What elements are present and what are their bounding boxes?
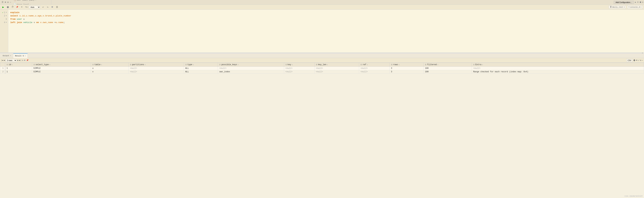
cell-partitions: <null> xyxy=(128,67,184,70)
settings-icon-top[interactable]: ⚙ xyxy=(642,1,643,3)
result-tab-result5[interactable]: Result 5✕ xyxy=(13,53,28,58)
table-toolbar: |◀ ◀ 2 rows 10 rows 50 rows ▶ ▶| ↻ ⏹ 📌 C… xyxy=(0,58,644,63)
fold-icon[interactable]: ▼ xyxy=(6,14,7,17)
rows-per-page-select[interactable]: 2 rows 10 rows 50 rows xyxy=(6,59,17,62)
cell-Extra: Range checked for each record (index map… xyxy=(472,70,644,74)
next-page-icon[interactable]: ▶ xyxy=(18,59,19,61)
undo-icon[interactable]: ↩ xyxy=(41,5,45,9)
cell-table: u xyxy=(91,67,128,70)
list-icon[interactable]: ☰ xyxy=(55,5,59,9)
tab-suser[interactable]: 📄SUser [own]✕ xyxy=(12,2,52,5)
col-header-ref[interactable]: ☰ref⇅ xyxy=(359,63,390,67)
cell-type: ALL xyxy=(184,67,218,70)
cell-key_len: <null> xyxy=(314,70,359,74)
split-icon[interactable]: ⊞ xyxy=(4,1,6,4)
more-icon[interactable]: ⋯ xyxy=(642,59,643,61)
tab-icon-user_ddl: 📋 xyxy=(14,0,16,1)
clock-icon[interactable]: ⏱ xyxy=(11,5,14,9)
cell-key_len: <null> xyxy=(314,67,359,70)
tab-icon-suser: 📄 xyxy=(14,3,16,5)
line-number-4: 4▼ xyxy=(0,21,8,24)
line-numbers: ✓1▼2▼34▼ xyxy=(0,10,8,53)
cell-ref: <null> xyxy=(359,67,390,70)
col-header-possible_keys[interactable]: ☰possible_keys⇅ xyxy=(218,63,284,67)
cell-ref: <null> xyxy=(359,70,390,74)
col-header-select_type[interactable]: ☰select_type⇅ xyxy=(32,63,91,67)
add-configuration-button[interactable]: Add Configuration... xyxy=(614,1,634,4)
col-header-filtered[interactable]: ☰filtered⇅ xyxy=(424,63,472,67)
cell-key: <null> xyxy=(284,67,314,70)
refresh-icon[interactable]: ↻ xyxy=(22,59,23,61)
redo-icon[interactable]: ↪ xyxy=(46,5,50,9)
first-page-icon[interactable]: |◀ xyxy=(1,59,3,61)
last-page-icon[interactable]: ▶| xyxy=(19,59,21,61)
code-line-3[interactable]: from user u xyxy=(10,17,642,21)
result-tab-output[interactable]: Output✕ xyxy=(1,53,13,58)
line-number-2: 2▼ xyxy=(0,14,8,17)
tab-user_ddl[interactable]: 📋user (DDL) [own]✕ xyxy=(12,0,52,2)
cell-rownum: 2 xyxy=(0,70,5,74)
prev-page-icon[interactable]: ◀ xyxy=(4,59,5,61)
db-label: daily_test xyxy=(612,6,623,8)
run-icon-top[interactable]: ▶ xyxy=(635,1,636,3)
results-tabs: Output✕Result 5✕ xyxy=(0,53,644,58)
stop-table-icon[interactable]: ⏹ xyxy=(24,59,26,61)
menu-icon[interactable]: ☰ xyxy=(1,1,4,4)
csv-export-button[interactable]: CSV xyxy=(626,59,633,62)
code-line-1[interactable]: explain xyxy=(10,11,642,14)
editor-area: ✓1▼2▼34▼ explainselect u.id,u.name,u.age… xyxy=(0,10,644,53)
pause-icon-top[interactable]: ⏸ xyxy=(637,1,639,3)
col-header-key_len[interactable]: ☰key_len⇅ xyxy=(314,63,359,67)
data-table-wrap[interactable]: ☰id⇅☰select_type⇅☰table⇅☰partitions⇅☰typ… xyxy=(0,63,644,74)
stop-button[interactable]: ⏹ xyxy=(50,5,54,9)
code-editor[interactable]: explainselect u.id,u.name,u.age,v.brand,… xyxy=(8,10,644,53)
console-icon: ⌨ xyxy=(628,6,630,8)
result-tab-close-result5[interactable]: ✕ xyxy=(24,55,26,57)
stop-icon-top[interactable]: ⏹ xyxy=(640,1,642,3)
col-header-rows[interactable]: ☰rows⇅ xyxy=(390,63,424,67)
tab-close-user_ddl[interactable]: ✕ xyxy=(35,0,36,1)
col-header-table[interactable]: ☰table⇅ xyxy=(91,63,128,67)
tx-label: Tx: xyxy=(25,6,28,8)
tab-bar: ☰ ⊞ ⚙ ─ 📄vehicle [own]✕⌨console_7 [own]✕… xyxy=(0,0,644,5)
minimize-icon[interactable]: ─ xyxy=(10,1,11,4)
pin-table-icon[interactable]: 📌 xyxy=(26,59,28,61)
pin-icon[interactable]: 📌 xyxy=(15,5,19,9)
tx-mode-select[interactable]: Auto Manual xyxy=(29,6,40,9)
cell-possible_keys: own_index xyxy=(218,70,284,74)
add-col-icon[interactable]: ➕ xyxy=(633,59,636,61)
cell-select_type: SIMPLE xyxy=(32,70,91,74)
tab-container: 📄vehicle [own]✕⌨console_7 [own]✕⌨console… xyxy=(12,0,52,5)
cell-possible_keys: <null> xyxy=(218,67,284,70)
format-icon[interactable]: ⌘ xyxy=(20,5,24,9)
fold-icon[interactable]: ▼ xyxy=(6,21,7,24)
cell-id: 1 xyxy=(5,70,32,74)
line-number-3: 3 xyxy=(0,17,8,21)
result-tab-close-output[interactable]: ✕ xyxy=(10,55,11,57)
db-env-button[interactable]: 🗄 daily_test ▾ xyxy=(609,5,626,9)
filter-icon[interactable]: ▼ xyxy=(636,59,637,61)
code-line-2[interactable]: select u.id,u.name,u.age,v.brand,v.plate… xyxy=(10,14,642,17)
col-header-Extra[interactable]: ☰Extra⇅ xyxy=(472,63,644,67)
code-line-4[interactable]: left join vehicle v on v.own_name =u.nam… xyxy=(10,21,642,24)
col-header-type[interactable]: ☰type⇅ xyxy=(184,63,218,67)
col-header-rownum xyxy=(0,63,5,67)
col-header-partitions[interactable]: ☰partitions⇅ xyxy=(128,63,184,67)
expand-icon[interactable]: ⤢ xyxy=(638,59,640,61)
toolbar-right: 🗄 daily_test ▾ ⌨ console_9 ▾ xyxy=(609,5,643,9)
cell-id: 1 xyxy=(5,67,32,70)
run-button[interactable]: ▶ xyxy=(1,5,5,9)
table-row: 21SIMPLEv<null>ALLown_index<null><null><… xyxy=(0,70,644,74)
col-header-id[interactable]: ☰id⇅ xyxy=(5,63,32,67)
gear-icon[interactable]: ⚙ xyxy=(7,1,9,4)
cell-rows: 3 xyxy=(390,67,424,70)
cell-filtered: 100 xyxy=(424,70,472,74)
check-icon: ✓ xyxy=(2,11,3,14)
col-header-key[interactable]: ☰key⇅ xyxy=(284,63,314,67)
console-env-button[interactable]: ⌨ console_9 ▾ xyxy=(627,5,643,9)
fold-icon[interactable]: ▼ xyxy=(6,11,7,14)
debug-button[interactable]: ⬤ xyxy=(6,5,10,9)
cell-select_type: SIMPLE xyxy=(32,67,91,70)
cell-rownum: 1 xyxy=(0,67,5,70)
table-settings-icon[interactable]: ⚙ xyxy=(640,59,641,61)
